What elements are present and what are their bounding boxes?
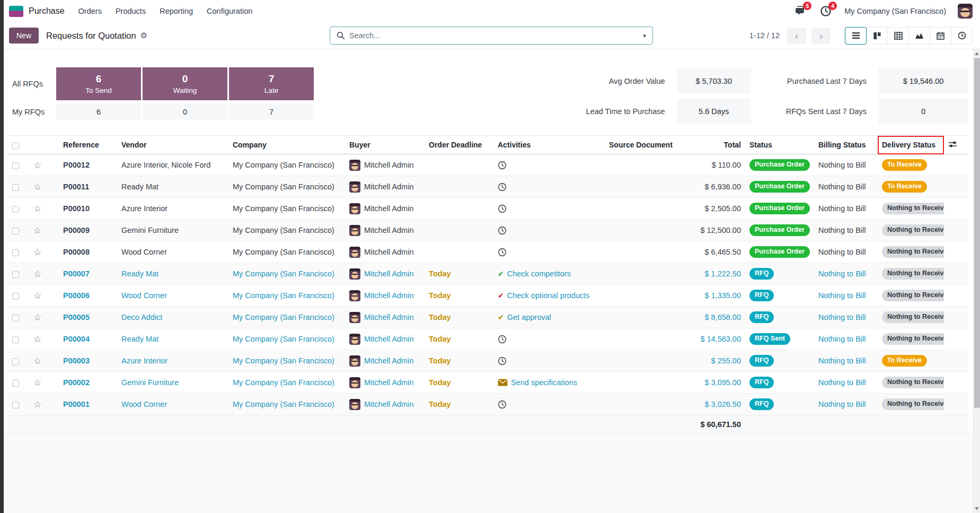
favorite-star-icon[interactable]: ☆ (33, 334, 41, 344)
search-dropdown-toggle[interactable]: ▾ (637, 27, 652, 44)
row-billing[interactable]: Nothing to Bill (818, 335, 866, 343)
header-billing-status[interactable]: Billing Status (814, 136, 878, 154)
favorite-star-icon[interactable]: ☆ (33, 247, 41, 257)
row-billing[interactable]: Nothing to Bill (818, 313, 866, 321)
row-vendor[interactable]: Gemini Furniture (121, 378, 179, 387)
row-billing[interactable]: Nothing to Bill (818, 182, 866, 191)
row-reference[interactable]: P00009 (63, 226, 90, 234)
row-checkbox[interactable] (12, 206, 19, 213)
header-reference[interactable]: Reference (51, 136, 117, 154)
header-order-deadline[interactable]: Order Deadline (425, 136, 493, 154)
search-input[interactable] (349, 31, 637, 40)
row-billing[interactable]: Nothing to Bill (818, 226, 866, 234)
app-brand[interactable]: Purchase (9, 6, 65, 17)
row-total[interactable]: $ 8,658.00 (704, 313, 741, 321)
row-deadline[interactable]: Today (429, 291, 451, 300)
all-rfqs-to-send-card[interactable]: 6 To Send (56, 67, 141, 100)
status-badge[interactable]: Purchase Order (749, 159, 810, 171)
row-reference[interactable]: P00008 (63, 248, 90, 256)
row-vendor[interactable]: Wood Corner (121, 291, 167, 300)
row-buyer[interactable]: Mitchell Admin (364, 378, 413, 387)
row-company[interactable]: My Company (San Francisco) (233, 335, 334, 343)
header-delivery-status[interactable]: Delivery Status (878, 136, 944, 154)
favorite-star-icon[interactable]: ☆ (33, 204, 41, 214)
row-reference[interactable]: P00004 (63, 335, 90, 343)
row-buyer[interactable]: Mitchell Admin (364, 291, 413, 300)
activity-envelope-icon[interactable] (498, 379, 508, 386)
all-rfqs-late-card[interactable]: 7 Late (229, 67, 314, 100)
table-row[interactable]: ☆ P00010 Azure Interior My Company (San … (8, 198, 968, 220)
table-row[interactable]: ☆ P00002 Gemini Furniture My Company (Sa… (8, 372, 968, 394)
row-total[interactable]: $ 6,936.00 (704, 182, 741, 191)
delivery-status-badge[interactable]: To Receive (882, 159, 927, 171)
new-button[interactable]: New (9, 28, 39, 44)
header-vendor[interactable]: Vendor (117, 136, 228, 154)
scrollbar-thumb[interactable] (974, 58, 980, 408)
row-company[interactable]: My Company (San Francisco) (233, 248, 334, 256)
activity-label[interactable]: Get approval (507, 313, 551, 321)
row-company[interactable]: My Company (San Francisco) (233, 204, 334, 213)
row-company[interactable]: My Company (San Francisco) (233, 378, 334, 387)
row-reference[interactable]: P00001 (63, 400, 90, 408)
row-checkbox[interactable] (12, 380, 19, 387)
favorite-star-icon[interactable]: ☆ (33, 291, 41, 301)
row-deadline[interactable]: Today (429, 313, 451, 321)
delivery-status-badge[interactable]: To Receive (882, 355, 927, 367)
row-buyer[interactable]: Mitchell Admin (364, 313, 413, 321)
activity-clock-icon[interactable] (498, 400, 507, 409)
app-name[interactable]: Purchase (29, 6, 65, 16)
row-reference[interactable]: P00006 (63, 291, 90, 300)
table-row[interactable]: ☆ P00009 Gemini Furniture My Company (Sa… (8, 220, 968, 241)
row-deadline[interactable]: Today (429, 357, 451, 365)
activity-check-icon[interactable]: ✔ (498, 313, 504, 321)
my-rfqs-waiting-card[interactable]: 0 (143, 104, 227, 120)
row-deadline[interactable]: Today (429, 400, 451, 408)
row-checkbox[interactable] (12, 315, 19, 321)
my-rfqs-late-card[interactable]: 7 (229, 104, 314, 120)
select-all-checkbox[interactable] (12, 142, 19, 149)
row-company[interactable]: My Company (San Francisco) (233, 182, 334, 191)
row-billing[interactable]: Nothing to Bill (818, 357, 866, 365)
table-row[interactable]: ☆ P00001 Wood Corner My Company (San Fra… (8, 394, 968, 415)
header-activities[interactable]: Activities (493, 136, 605, 154)
row-company[interactable]: My Company (San Francisco) (233, 269, 334, 278)
row-total[interactable]: $ 3,095.00 (704, 378, 741, 387)
header-status[interactable]: Status (745, 136, 814, 154)
favorite-star-icon[interactable]: ☆ (33, 269, 41, 279)
menu-reporting[interactable]: Reporting (160, 7, 193, 15)
activity-clock-icon[interactable] (498, 204, 507, 213)
activity-clock-icon[interactable] (498, 226, 507, 235)
delivery-status-badge[interactable]: Nothing to Receive (882, 268, 944, 280)
row-vendor[interactable]: Wood Corner (121, 400, 167, 408)
status-badge[interactable]: Purchase Order (749, 181, 810, 193)
row-deadline[interactable]: Today (429, 378, 451, 387)
row-reference[interactable]: P00002 (63, 378, 90, 387)
delivery-status-badge[interactable]: Nothing to Receive (882, 311, 944, 323)
row-vendor[interactable]: Deco Addict (121, 313, 162, 321)
favorite-star-icon[interactable]: ☆ (33, 356, 41, 366)
lead-time-value[interactable]: 5.6 Days (677, 99, 751, 124)
row-reference[interactable]: P00011 (63, 182, 89, 191)
activities-systray-button[interactable]: 4 (819, 5, 833, 18)
row-total[interactable]: $ 14,563.00 (700, 335, 741, 343)
view-list-button[interactable] (845, 27, 867, 45)
row-buyer[interactable]: Mitchell Admin (364, 400, 413, 408)
activity-label[interactable]: Check competitors (507, 269, 571, 278)
row-checkbox[interactable] (12, 228, 19, 234)
avg-order-value[interactable]: $ 5,703.30 (677, 68, 751, 93)
row-vendor[interactable]: Gemini Furniture (121, 226, 179, 234)
activity-clock-icon[interactable] (498, 357, 507, 366)
status-badge[interactable]: RFQ (749, 398, 774, 410)
delivery-status-badge[interactable]: Nothing to Receive (882, 398, 944, 410)
row-total[interactable]: $ 1,222.50 (704, 269, 741, 278)
table-row[interactable]: ☆ P00006 Wood Corner My Company (San Fra… (8, 285, 968, 307)
view-pivot-button[interactable] (887, 27, 909, 45)
row-billing[interactable]: Nothing to Bill (818, 291, 866, 300)
row-checkbox[interactable] (12, 249, 19, 256)
view-kanban-button[interactable] (866, 27, 888, 45)
table-row[interactable]: ☆ P00004 Ready Mat My Company (San Franc… (8, 328, 968, 350)
row-company[interactable]: My Company (San Francisco) (233, 313, 334, 321)
favorite-star-icon[interactable]: ☆ (33, 225, 41, 236)
row-checkbox[interactable] (12, 162, 19, 169)
row-billing[interactable]: Nothing to Bill (818, 161, 866, 169)
